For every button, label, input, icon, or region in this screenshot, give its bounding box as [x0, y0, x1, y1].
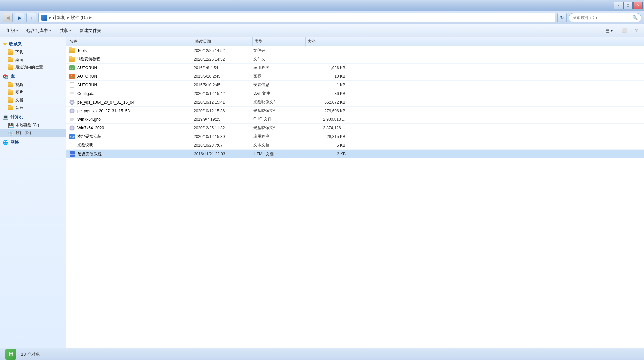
sidebar-item-doc[interactable]: 文档 [0, 96, 66, 104]
toolbar: 组织 ▾ 包含到库中 ▾ 共享 ▾ 新建文件夹 ▤ ▾ ⬜ ? [0, 24, 644, 37]
file-size: 1 KB [304, 83, 351, 87]
file-area: 名称 修改日期 类型 大小 Tools 2020/12/25 14:52 文件夹 [66, 37, 644, 348]
sidebar-item-music[interactable]: 音乐 [0, 104, 66, 112]
file-name-cell: AUTORUN [66, 82, 192, 88]
image-icon [69, 73, 75, 80]
sidebar-item-desktop[interactable]: 桌面 [0, 56, 66, 64]
table-row[interactable]: pe_yqs_xp_20_07_31_15_53 2020/10/12 15:3… [66, 107, 644, 115]
file-size: 2,900,813 ... [304, 117, 351, 122]
organize-label: 组织 [6, 28, 15, 34]
computer-icon [41, 15, 47, 21]
help-button[interactable]: ? [632, 26, 641, 35]
sidebar-section-computer: 💻 计算机 💾 本地磁盘 (C:) 💿 软件 (D:) [0, 113, 66, 137]
recent-label: 最近访问的位置 [15, 65, 43, 70]
include-library-dropdown-icon: ▾ [49, 29, 51, 32]
breadcrumb-arrow-1: ▶ [49, 15, 51, 20]
sidebar-library-header[interactable]: 📚 库 [0, 72, 66, 81]
close-button[interactable]: ✕ [633, 2, 643, 9]
new-folder-button[interactable]: 新建文件夹 [76, 26, 105, 35]
file-name: 硬盘安装教程 [78, 151, 192, 157]
organize-dropdown-icon: ▾ [16, 29, 18, 32]
table-row[interactable]: pe_yqs_1064_20_07_31_16_04 2020/10/12 15… [66, 98, 644, 107]
sidebar-network-header[interactable]: 🌐 网络 [0, 138, 66, 147]
table-row[interactable]: EXE 本地硬盘安装 2020/10/12 15:30 应用程序 28,315 … [66, 132, 644, 141]
exe-icon: EX [69, 65, 75, 71]
include-library-button[interactable]: 包含到库中 ▾ [23, 26, 55, 35]
table-row[interactable]: HTM 硬盘安装教程 2016/11/21 22:03 HTML 文档 3 KB [66, 150, 644, 158]
folder-icon [8, 50, 13, 55]
file-name-cell: Win7x64.gho [66, 116, 192, 123]
sidebar-favorites-header[interactable]: ★ 收藏夹 [0, 40, 66, 48]
svg-text:EXE: EXE [70, 136, 75, 138]
file-name-cell: EXE 本地硬盘安装 [66, 133, 192, 140]
file-name-cell: EX AUTORUN [66, 65, 192, 71]
file-date: 2020/12/25 14:52 [192, 48, 251, 53]
table-row[interactable]: 光盘说明 2016/10/23 7:07 文本文档 5 KB [66, 141, 644, 150]
preview-pane-icon: ⬜ [622, 28, 627, 33]
drive-d-label: 软件 (D:) [16, 130, 31, 136]
dat-icon [69, 90, 75, 97]
computer-icon: 💻 [3, 114, 8, 120]
table-row[interactable]: Tools 2020/12/25 14:52 文件夹 [66, 46, 644, 55]
file-name: 光盘说明 [77, 142, 192, 148]
table-row[interactable]: AUTORUN 2015/5/10 2:45 安装信息 1 KB [66, 81, 644, 89]
view-options-button[interactable]: ▤ ▾ [602, 26, 617, 35]
forward-button[interactable]: ▶ [15, 13, 24, 22]
file-date: 2016/1/8 4:54 [192, 66, 251, 70]
file-size: 28,315 KB [304, 134, 351, 139]
sidebar-item-video[interactable]: 视频 [0, 81, 66, 89]
file-list-header: 名称 修改日期 类型 大小 [66, 37, 644, 46]
sidebar: ★ 收藏夹 下载 桌面 最近访问的位置 📚 库 [0, 37, 66, 348]
file-type: DAT 文件 [251, 91, 304, 96]
col-header-size[interactable]: 大小 [306, 37, 352, 46]
title-bar-buttons: － □ ✕ [614, 2, 643, 9]
file-list: Tools 2020/12/25 14:52 文件夹 U盘安装教程 2020/1… [66, 46, 644, 348]
table-row[interactable]: AUTORUN 2015/5/10 2:45 图标 10 KB [66, 72, 644, 81]
folder-icon [69, 56, 75, 63]
status-icon: 🖥 [5, 349, 16, 360]
sidebar-item-image[interactable]: 图片 [0, 89, 66, 96]
search-input[interactable] [572, 15, 630, 20]
col-header-type[interactable]: 类型 [253, 37, 306, 46]
sidebar-item-drive-d[interactable]: 💿 软件 (D:) [0, 129, 66, 137]
col-header-date[interactable]: 修改日期 [193, 37, 253, 46]
file-name-cell: Tools [66, 47, 192, 54]
table-row[interactable]: Win7x64.gho 2019/9/7 19:25 GHO 文件 2,900,… [66, 115, 644, 124]
folder-icon [69, 47, 75, 54]
main-container: ★ 收藏夹 下载 桌面 最近访问的位置 📚 库 [0, 37, 644, 348]
status-bar: 🖥 13 个对象 [0, 348, 644, 360]
drive-d-icon: 💿 [8, 130, 14, 136]
sidebar-item-drive-c[interactable]: 💾 本地磁盘 (C:) [0, 121, 66, 129]
table-row[interactable]: EX AUTORUN 2016/1/8 4:54 应用程序 1,926 KB [66, 64, 644, 72]
back-button[interactable]: ◀ [3, 13, 13, 22]
file-name-cell: U盘安装教程 [66, 56, 192, 63]
col-header-name[interactable]: 名称 [67, 37, 193, 46]
up-button[interactable]: ↑ [26, 13, 36, 22]
table-row[interactable]: Config.dat 2020/10/12 15:42 DAT 文件 36 KB [66, 89, 644, 98]
doc-label: 文档 [15, 97, 23, 103]
file-type: 图标 [251, 73, 304, 79]
refresh-button[interactable]: ↻ [557, 13, 567, 22]
table-row[interactable]: U盘安装教程 2020/12/25 14:52 文件夹 [66, 55, 644, 64]
file-name: 本地硬盘安装 [77, 134, 192, 139]
file-date: 2020/10/12 15:42 [192, 91, 251, 96]
sidebar-item-downloads[interactable]: 下载 [0, 48, 66, 56]
sidebar-item-recent[interactable]: 最近访问的位置 [0, 64, 66, 71]
file-size: 279,696 KB [304, 109, 351, 113]
table-row[interactable]: Win7x64_2020 2020/12/25 11:32 光盘映像文件 3,8… [66, 124, 644, 132]
preview-pane-button[interactable]: ⬜ [618, 26, 630, 35]
breadcrumb-drive-d[interactable]: 软件 (D:) [71, 15, 88, 21]
search-icon[interactable]: 🔍 [632, 15, 638, 20]
share-button[interactable]: 共享 ▾ [56, 26, 75, 35]
library-label: 库 [10, 74, 15, 80]
breadcrumb-computer[interactable]: 计算机 [53, 15, 65, 21]
file-name: AUTORUN [77, 74, 192, 79]
organize-button[interactable]: 组织 ▾ [3, 26, 21, 35]
file-type: HTML 文档 [252, 151, 305, 157]
file-name: Win7x64_2020 [77, 126, 192, 130]
file-name-cell: Config.dat [66, 90, 192, 97]
maximize-button[interactable]: □ [623, 2, 633, 9]
sidebar-computer-header[interactable]: 💻 计算机 [0, 113, 66, 121]
special-exe-icon: EXE [69, 133, 75, 140]
minimize-button[interactable]: － [614, 2, 623, 9]
